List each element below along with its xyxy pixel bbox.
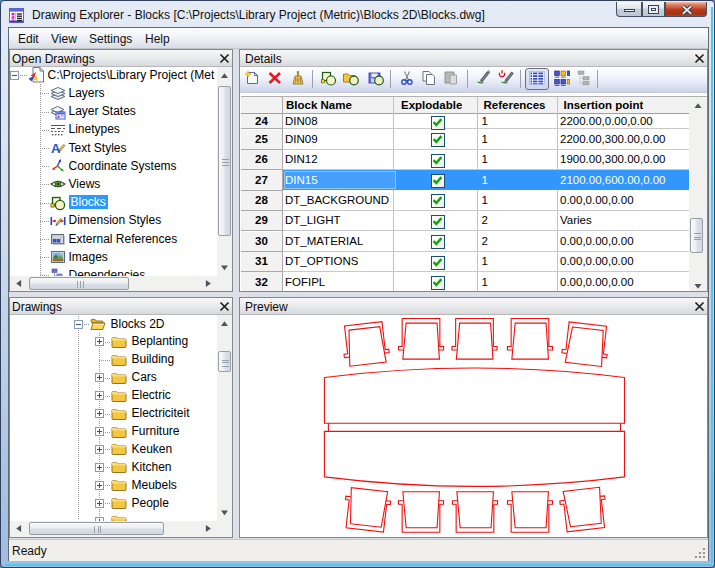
svg-text:A: A [51, 141, 61, 156]
